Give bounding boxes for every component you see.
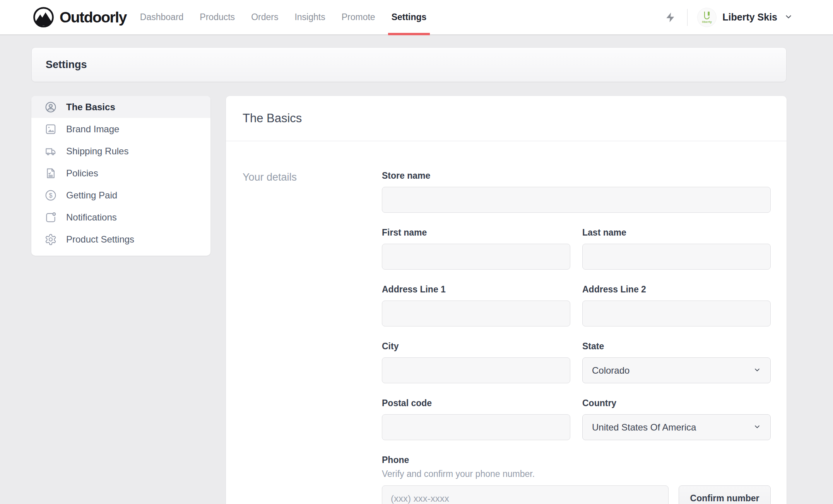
sidebar-item-brand-image[interactable]: Brand Image xyxy=(31,118,210,140)
store-name-input[interactable] xyxy=(382,187,771,213)
sidebar-item-label: Brand Image xyxy=(66,124,119,135)
chevron-down-icon xyxy=(753,422,761,433)
dollar-circle-icon: $ xyxy=(44,189,57,202)
state-select[interactable]: Colorado xyxy=(582,357,771,383)
mountain-logo-icon xyxy=(32,6,55,28)
details-form: Store name First name Last name Address … xyxy=(382,171,771,504)
document-check-icon xyxy=(44,167,57,179)
user-circle-icon xyxy=(44,101,57,113)
last-name-field-block: Last name xyxy=(582,227,771,270)
sidebar-item-label: Notifications xyxy=(66,212,117,223)
liberty-skis-logo-icon: liberty xyxy=(698,8,716,27)
primary-nav: Dashboard Products Orders Insights Promo… xyxy=(132,0,435,35)
nav-item-promote[interactable]: Promote xyxy=(334,0,383,35)
address-line-1-field-block: Address Line 1 xyxy=(382,284,570,326)
first-name-input[interactable] xyxy=(382,244,570,270)
nav-item-products[interactable]: Products xyxy=(192,0,243,35)
confirm-number-button[interactable]: Confirm number xyxy=(679,485,771,504)
phone-helper-text: Verify and confirm your phone number. xyxy=(382,469,771,479)
sidebar-item-label: Policies xyxy=(66,168,98,179)
city-label: City xyxy=(382,341,570,352)
phone-input-wrap xyxy=(382,485,669,504)
country-field-block: Country United States Of America xyxy=(582,398,771,440)
address-line-1-input[interactable] xyxy=(382,301,570,326)
address-line-2-label: Address Line 2 xyxy=(582,284,771,295)
city-input[interactable] xyxy=(382,357,570,383)
card-header: The Basics xyxy=(226,96,787,141)
truck-icon xyxy=(44,145,57,157)
address-row: Address Line 1 Address Line 2 xyxy=(382,284,771,326)
phone-field-block: Phone Verify and confirm your phone numb… xyxy=(382,455,771,504)
last-name-label: Last name xyxy=(582,227,771,238)
sidebar-item-label: The Basics xyxy=(66,102,115,113)
sidebar-item-notifications[interactable]: Notifications xyxy=(31,206,210,228)
address-line-2-field-block: Address Line 2 xyxy=(582,284,771,326)
account-name: Liberty Skis xyxy=(722,12,777,23)
name-row: First name Last name xyxy=(382,227,771,270)
account-menu[interactable]: liberty Liberty Skis xyxy=(698,8,793,27)
postal-code-input[interactable] xyxy=(382,414,570,440)
gear-icon xyxy=(44,233,57,246)
state-select-value: Colorado xyxy=(592,365,629,376)
city-state-row: City State Colorado xyxy=(382,341,771,383)
liberty-wordmark: liberty xyxy=(702,20,712,24)
section-label: Your details xyxy=(243,171,382,504)
nav-item-orders[interactable]: Orders xyxy=(243,0,286,35)
svg-text:$: $ xyxy=(49,192,53,198)
city-field-block: City xyxy=(382,341,570,383)
postal-code-field-block: Postal code xyxy=(382,398,570,440)
country-select-value: United States Of America xyxy=(592,422,696,433)
sidebar-item-the-basics[interactable]: The Basics xyxy=(31,96,210,118)
postal-country-row: Postal code Country United States Of Ame… xyxy=(382,398,771,440)
image-icon xyxy=(44,123,57,135)
sidebar-item-shipping-rules[interactable]: Shipping Rules xyxy=(31,140,210,162)
state-label: State xyxy=(582,341,771,352)
sidebar-item-label: Product Settings xyxy=(66,234,134,245)
top-navbar: Outdoorly Dashboard Products Orders Insi… xyxy=(0,0,833,35)
lightning-bolt-icon[interactable] xyxy=(662,9,679,26)
page-title: Settings xyxy=(46,59,87,71)
address-line-1-label: Address Line 1 xyxy=(382,284,570,295)
chevron-down-icon xyxy=(753,365,761,376)
store-name-field-block: Store name xyxy=(382,171,771,213)
the-basics-card: The Basics Your details Store name First… xyxy=(226,96,787,504)
phone-row: Confirm number xyxy=(382,485,771,504)
notification-square-icon xyxy=(44,211,57,224)
first-name-field-block: First name xyxy=(382,227,570,270)
state-field-block: State Colorado xyxy=(582,341,771,383)
settings-sidebar: The Basics Brand Image Shipping Rules xyxy=(31,96,210,256)
store-name-label: Store name xyxy=(382,171,771,181)
brand-name: Outdoorly xyxy=(60,9,127,26)
sidebar-item-label: Shipping Rules xyxy=(66,146,128,157)
phone-label: Phone xyxy=(382,455,771,465)
card-title: The Basics xyxy=(243,111,302,125)
outdoorly-logo[interactable]: Outdoorly xyxy=(32,6,127,28)
country-select[interactable]: United States Of America xyxy=(582,414,771,440)
address-line-2-input[interactable] xyxy=(582,301,771,326)
phone-input[interactable] xyxy=(382,485,669,504)
page-header: Settings xyxy=(31,47,787,82)
sidebar-item-policies[interactable]: Policies xyxy=(31,162,210,184)
first-name-label: First name xyxy=(382,227,570,238)
chevron-down-icon xyxy=(784,12,793,22)
navbar-right-group: liberty Liberty Skis xyxy=(662,8,793,27)
sidebar-item-getting-paid[interactable]: $ Getting Paid xyxy=(31,184,210,206)
country-label: Country xyxy=(582,398,771,408)
sidebar-item-product-settings[interactable]: Product Settings xyxy=(31,228,210,250)
nav-item-settings[interactable]: Settings xyxy=(383,0,435,35)
postal-code-label: Postal code xyxy=(382,398,570,408)
card-body: Your details Store name First name Last … xyxy=(226,141,787,504)
navbar-divider xyxy=(687,9,688,26)
nav-item-insights[interactable]: Insights xyxy=(286,0,333,35)
last-name-input[interactable] xyxy=(582,244,771,270)
sidebar-item-label: Getting Paid xyxy=(66,190,117,201)
nav-item-dashboard[interactable]: Dashboard xyxy=(132,0,192,35)
